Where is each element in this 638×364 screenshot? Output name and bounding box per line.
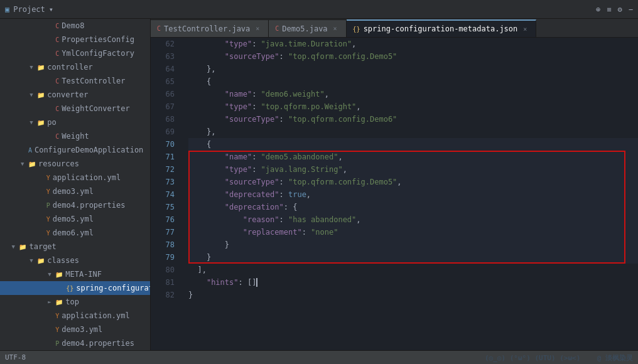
file-icon: 📁 (55, 299, 63, 306)
sidebar-item-TestController[interactable]: CTestController (0, 74, 150, 88)
code-line-62: "type": "java.time.Duration", (188, 38, 638, 50)
status-info: UTF-8 (5, 353, 26, 361)
file-icon: Y (46, 174, 50, 181)
tab-testcontroller[interactable]: C TestController.java × (151, 19, 269, 37)
code-line-81: "hints": [] (188, 276, 638, 289)
code-line-66: "name": "demo6.weight", (188, 88, 638, 100)
sidebar-item-po[interactable]: ▼📁po (0, 115, 150, 129)
sidebar-item-demo5-yml[interactable]: Ydemo5.yml (0, 212, 150, 226)
tree-item-label: application.yml (53, 173, 121, 182)
sidebar-item-demo3-yml[interactable]: Ydemo3.yml (0, 185, 150, 198)
sidebar-item-classes[interactable]: ▼📁classes (0, 254, 150, 267)
line-number-64: 64 (153, 63, 175, 75)
file-icon: C (55, 78, 59, 85)
main-layout: CDemo8 CPropertiesConfig CYmlConfigFacto… (0, 19, 638, 350)
line-number-70: 70 (153, 138, 175, 151)
sidebar-item-demo3-yml[interactable]: Ydemo3.yml (0, 323, 150, 336)
sidebar-item-demo4-properties[interactable]: Pdemo4.properties (0, 198, 150, 212)
code-area[interactable]: "type": "java.time.Duration", "sourceTyp… (186, 38, 638, 350)
line-number-62: 62 (153, 38, 175, 50)
file-icon: P (46, 202, 50, 209)
tree-item-label: Weight (62, 132, 89, 141)
tree-item-label: top (65, 297, 79, 306)
code-line-63: "sourceType": "top.qform.config.Demo5" (188, 50, 638, 63)
file-icon: Y (55, 326, 59, 333)
line-number-76: 76 (153, 213, 175, 226)
tree-item-label: po (47, 118, 56, 127)
code-line-75: "deprecation": { (188, 201, 638, 213)
tree-item-label: controller (47, 63, 92, 72)
sidebar-item-converter[interactable]: ▼📁converter (0, 88, 150, 102)
sidebar-item-target[interactable]: ▼📁target (0, 240, 150, 254)
tab-label-springmeta: spring-configuration-metadata.json (364, 24, 518, 33)
sidebar-item-resources[interactable]: ▼📁resources (0, 157, 150, 171)
line-number-71: 71 (153, 151, 175, 163)
file-icon: Y (46, 188, 50, 195)
tab-close-demo5[interactable]: × (331, 24, 340, 33)
sidebar-item-Weight[interactable]: CWeight (0, 129, 150, 143)
sidebar-item-application-yml[interactable]: Yapplication.yml (0, 171, 150, 185)
list-icon[interactable]: ≡ (607, 5, 611, 14)
sidebar-item-spring-configuration-metadata-json[interactable]: {}spring-configuration-metadata.json (0, 281, 150, 295)
file-icon: {} (66, 285, 73, 292)
line-number-72: 72 (153, 163, 175, 176)
tab-icon-testcontroller: C (157, 25, 161, 32)
line-number-75: 75 (153, 201, 175, 213)
tab-label-testcontroller: TestController.java (164, 24, 250, 33)
line-numbers: 6263646566676869707172737475767778798081… (151, 38, 180, 350)
tree-item-label: TestController (62, 77, 125, 85)
code-line-71: "name": "demo5.abandoned", (188, 151, 638, 163)
line-number-66: 66 (153, 88, 175, 100)
arrow-icon: ► (48, 299, 55, 305)
line-number-74: 74 (153, 188, 175, 201)
tree-item-label: demo4.properties (62, 339, 134, 348)
sidebar-item-controller[interactable]: ▼📁controller (0, 60, 150, 74)
file-icon: P (55, 340, 59, 347)
tab-close-testcontroller[interactable]: × (253, 24, 262, 33)
line-number-69: 69 (153, 126, 175, 138)
project-dropdown[interactable]: ▾ (49, 5, 53, 14)
tab-springmeta[interactable]: {} spring-configuration-metadata.json × (347, 19, 537, 37)
line-number-78: 78 (153, 238, 175, 251)
sidebar-item-ConfigureDemoApplication[interactable]: AConfigureDemoApplication (0, 143, 150, 157)
tab-demo5[interactable]: C Demo5.java × (269, 19, 346, 37)
code-line-78: } (188, 238, 638, 251)
watermark-text: (◎_◎) (°ω°) (UTU) (>ω<) @ 淡枫染灵 (485, 354, 633, 362)
sidebar-item-WeightConverter[interactable]: CWeightConverter (0, 102, 150, 115)
line-number-80: 80 (153, 264, 175, 276)
sidebar-item-demo6-yml[interactable]: Ydemo6.yml (0, 226, 150, 240)
sidebar-item-PropertiesConfig[interactable]: CPropertiesConfig (0, 33, 150, 46)
tab-close-springmeta[interactable]: × (521, 24, 529, 33)
tree-item-label: demo3.yml (62, 325, 102, 334)
line-number-65: 65 (153, 75, 175, 88)
tree-item-label: demo3.yml (53, 187, 94, 196)
arrow-icon: ▼ (30, 257, 37, 264)
sidebar-item-top[interactable]: ►📁top (0, 295, 150, 309)
file-icon: 📁 (37, 119, 45, 126)
line-number-77: 77 (153, 226, 175, 238)
sidebar-item-Demo8[interactable]: CDemo8 (0, 19, 150, 33)
sidebar-item-demo4-properties[interactable]: Pdemo4.properties (0, 336, 150, 350)
file-icon: 📁 (37, 257, 45, 264)
tree-item-label: resources (38, 159, 79, 168)
sidebar-item-META-INF[interactable]: ▼📁META-INF (0, 267, 150, 281)
cursor (256, 278, 257, 287)
globe-icon[interactable]: ⊕ (596, 5, 600, 14)
arrow-icon: ▼ (11, 244, 19, 250)
editor-content: 6263646566676869707172737475767778798081… (151, 38, 638, 350)
file-icon: C (55, 105, 59, 112)
file-icon: 📁 (55, 271, 63, 278)
code-line-73: "sourceType": "top.qform.config.Demo5", (188, 176, 638, 188)
sidebar-item-YmlConfigFactory[interactable]: CYmlConfigFactory (0, 46, 150, 60)
code-line-69: }, (188, 126, 638, 138)
minus-icon[interactable]: − (629, 5, 633, 14)
code-line-68: "sourceType": "top.qform.config.Demo6" (188, 113, 638, 126)
sidebar-item-application-yml[interactable]: Yapplication.yml (0, 309, 150, 323)
arrow-icon: ▼ (30, 64, 37, 70)
tree-item-label: application.yml (62, 311, 129, 320)
file-icon: 📁 (37, 92, 45, 99)
arrow-icon: ▼ (21, 161, 28, 167)
arrow-icon: ▼ (30, 119, 37, 126)
gear-icon[interactable]: ⚙ (618, 5, 622, 14)
tree-item-label: converter (47, 90, 88, 99)
